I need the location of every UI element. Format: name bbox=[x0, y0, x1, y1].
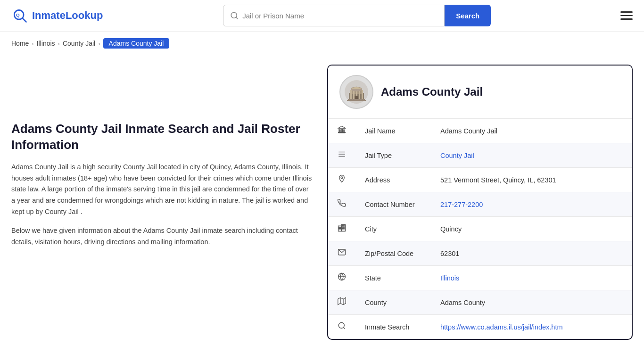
svg-rect-30 bbox=[339, 227, 340, 228]
jail-card: Adams County Jail Jail Name Adams County… bbox=[327, 65, 633, 340]
search-area: Search bbox=[223, 5, 491, 26]
page-description-1: Adams County Jail is a high security Cou… bbox=[11, 162, 313, 218]
jail-info-table: Jail Name Adams County Jail Jail Type Co… bbox=[328, 119, 632, 339]
value-link[interactable]: 217-277-2200 bbox=[440, 201, 483, 208]
svg-rect-19 bbox=[340, 129, 341, 132]
row-icon bbox=[328, 192, 355, 217]
svg-line-1 bbox=[22, 18, 26, 22]
table-row: Jail Type County Jail bbox=[328, 143, 632, 168]
value-text: Adams County Jail bbox=[440, 127, 497, 135]
row-value[interactable]: Illinois bbox=[431, 266, 632, 290]
svg-rect-31 bbox=[339, 229, 340, 230]
table-row: Jail Name Adams County Jail bbox=[328, 119, 632, 143]
svg-line-47 bbox=[343, 327, 345, 329]
page-title: Adams County Jail Inmate Search and Jail… bbox=[11, 121, 313, 153]
svg-rect-37 bbox=[344, 227, 345, 228]
row-icon bbox=[328, 266, 355, 290]
hamburger-line-3 bbox=[620, 18, 633, 20]
value-link[interactable]: County Jail bbox=[440, 152, 474, 159]
svg-rect-36 bbox=[342, 227, 343, 228]
row-icon bbox=[328, 241, 355, 266]
svg-marker-43 bbox=[338, 298, 346, 305]
right-column: Adams County Jail Jail Name Adams County… bbox=[327, 65, 633, 340]
svg-rect-33 bbox=[340, 229, 341, 230]
row-label: State bbox=[355, 266, 431, 290]
site-header: Q InmateLookup Search bbox=[0, 0, 644, 32]
table-row: County Adams County bbox=[328, 290, 632, 315]
row-icon bbox=[328, 143, 355, 168]
row-value[interactable]: https://www.co.adams.il.us/jail/index.ht… bbox=[431, 315, 632, 339]
svg-rect-12 bbox=[362, 90, 363, 99]
svg-rect-16 bbox=[347, 100, 366, 101]
search-input[interactable] bbox=[242, 12, 438, 20]
row-label: County bbox=[355, 290, 431, 315]
breadcrumb: Home › Illinois › County Jail › Adams Co… bbox=[0, 32, 644, 55]
svg-rect-11 bbox=[359, 90, 360, 99]
row-value[interactable]: County Jail bbox=[431, 143, 632, 168]
jail-image bbox=[339, 75, 373, 109]
breadcrumb-home[interactable]: Home bbox=[11, 40, 29, 47]
row-label: City bbox=[355, 217, 431, 241]
jail-building-icon bbox=[344, 80, 369, 104]
logo-icon: Q bbox=[11, 7, 28, 24]
table-row: Contact Number 217-277-2200 bbox=[328, 192, 632, 217]
value-text: Adams County bbox=[440, 299, 485, 306]
breadcrumb-current: Adams County Jail bbox=[103, 38, 170, 49]
chevron-icon-2: › bbox=[58, 40, 60, 47]
svg-rect-8 bbox=[350, 90, 352, 99]
logo-link[interactable]: Q InmateLookup bbox=[11, 7, 103, 24]
row-value: Adams County bbox=[431, 290, 632, 315]
svg-rect-20 bbox=[342, 129, 343, 132]
value-text: 521 Vermont Street, Quincy, IL, 62301 bbox=[440, 176, 556, 184]
svg-line-4 bbox=[236, 17, 238, 18]
svg-rect-14 bbox=[355, 96, 358, 99]
row-label: Contact Number bbox=[355, 192, 431, 217]
row-icon bbox=[328, 290, 355, 315]
svg-rect-34 bbox=[342, 226, 343, 227]
row-label: Inmate Search bbox=[355, 315, 431, 339]
value-text: Quincy bbox=[440, 225, 462, 233]
svg-point-46 bbox=[339, 322, 344, 328]
value-link[interactable]: Illinois bbox=[440, 274, 459, 282]
svg-rect-22 bbox=[344, 129, 345, 132]
breadcrumb-illinois[interactable]: Illinois bbox=[37, 40, 55, 47]
row-icon bbox=[328, 217, 355, 241]
row-icon bbox=[328, 315, 355, 339]
jail-card-title: Adams County Jail bbox=[381, 85, 483, 99]
left-column: Adams County Jail Inmate Search and Jail… bbox=[11, 65, 313, 340]
hamburger-menu[interactable] bbox=[620, 11, 633, 20]
svg-rect-18 bbox=[339, 129, 340, 132]
row-label: Jail Name bbox=[355, 119, 431, 143]
page-description-2: Below we have given information about th… bbox=[11, 225, 313, 248]
table-row: City Quincy bbox=[328, 217, 632, 241]
svg-rect-32 bbox=[340, 227, 341, 228]
table-row: State Illinois bbox=[328, 266, 632, 290]
jail-card-header: Adams County Jail bbox=[328, 66, 632, 119]
row-value: Quincy bbox=[431, 217, 632, 241]
svg-point-26 bbox=[341, 177, 343, 179]
row-label: Address bbox=[355, 168, 431, 192]
chevron-icon-3: › bbox=[98, 40, 100, 47]
table-row: Address 521 Vermont Street, Quincy, IL, … bbox=[328, 168, 632, 192]
hamburger-line-1 bbox=[620, 11, 633, 13]
logo-text: InmateLookup bbox=[32, 9, 103, 22]
breadcrumb-county-jail[interactable]: County Jail bbox=[63, 40, 95, 47]
value-link[interactable]: https://www.co.adams.il.us/jail/index.ht… bbox=[440, 323, 563, 331]
row-label: Jail Type bbox=[355, 143, 431, 168]
row-value[interactable]: 217-277-2200 bbox=[431, 192, 632, 217]
search-button[interactable]: Search bbox=[445, 5, 491, 26]
hamburger-line-2 bbox=[620, 15, 633, 16]
search-box bbox=[223, 5, 445, 26]
row-value: 62301 bbox=[431, 241, 632, 266]
row-icon bbox=[328, 119, 355, 143]
svg-rect-39 bbox=[344, 229, 345, 230]
main-content: Adams County Jail Inmate Search and Jail… bbox=[0, 55, 644, 359]
table-row: Zip/Postal Code 62301 bbox=[328, 241, 632, 266]
svg-rect-9 bbox=[353, 90, 355, 99]
row-icon bbox=[328, 168, 355, 192]
search-icon bbox=[230, 11, 239, 20]
svg-text:Q: Q bbox=[16, 12, 20, 17]
svg-rect-38 bbox=[342, 229, 343, 230]
row-value: Adams County Jail bbox=[431, 119, 632, 143]
row-label: Zip/Postal Code bbox=[355, 241, 431, 266]
